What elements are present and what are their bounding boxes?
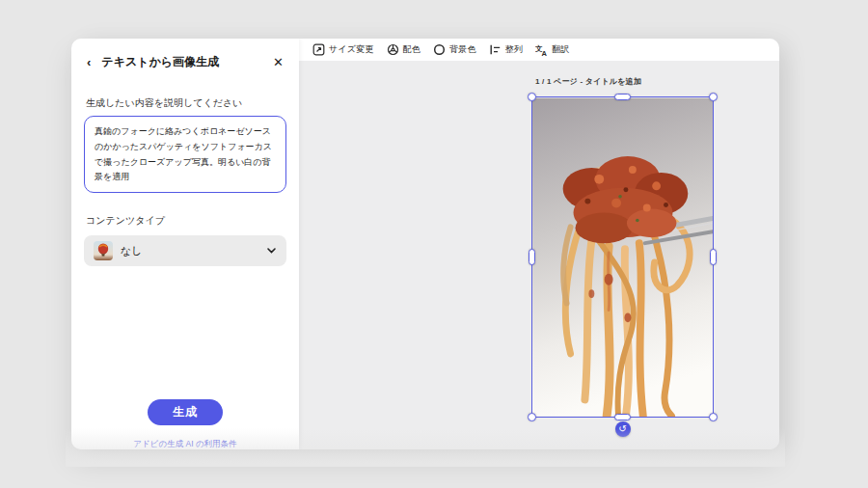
selection-handle-left[interactable] <box>529 249 535 265</box>
panel-title: テキストから画像生成 <box>101 54 219 70</box>
rotate-icon: ↺ <box>618 424 626 434</box>
selection-handle-top[interactable] <box>614 94 631 100</box>
resize-button[interactable]: サイズ変更 <box>312 43 374 56</box>
align-icon <box>489 43 502 56</box>
selection-handle-bottom-left[interactable] <box>528 413 536 421</box>
content-type-dropdown[interactable]: なし <box>84 235 286 266</box>
text-to-image-panel: ‹ テキストから画像生成 ✕ 生成したい内容を説明してください 真鍮のフォークに… <box>71 39 299 449</box>
svg-text:A: A <box>542 49 548 57</box>
chevron-down-icon <box>266 242 277 259</box>
page-indicator[interactable]: 1 / 1 ページ - タイトルを追加 <box>535 76 641 87</box>
selection-handle-top-left[interactable] <box>528 93 536 101</box>
ai-terms-link[interactable]: アドビの生成 AI の利用条件 <box>71 439 299 449</box>
close-icon[interactable]: ✕ <box>273 56 284 68</box>
translate-button[interactable]: 文 A 翻訳 <box>535 43 569 56</box>
top-toolbar: サイズ変更 配色 背景色 <box>299 39 779 61</box>
content-type-label: コンテンツタイプ <box>86 214 285 228</box>
selection-handle-bottom-right[interactable] <box>709 413 718 421</box>
prompt-input[interactable]: 真鍮のフォークに絡みつくボロネーゼソースのかかったスパゲッティをソフトフォーカス… <box>84 116 286 193</box>
content-type-value: なし <box>121 244 143 258</box>
background-color-label: 背景色 <box>449 43 476 56</box>
selection-handle-bottom[interactable] <box>614 414 631 420</box>
canvas-area: 1 / 1 ページ - タイトルを追加 <box>299 61 779 449</box>
color-scheme-label: 配色 <box>403 43 420 56</box>
generate-button[interactable]: 生成 <box>148 399 223 425</box>
translate-label: 翻訳 <box>552 43 569 56</box>
panel-header: ‹ テキストから画像生成 ✕ <box>71 39 299 70</box>
background-color-icon <box>433 43 446 56</box>
align-label: 整列 <box>505 43 523 56</box>
translate-icon: 文 A <box>535 43 548 56</box>
rotate-handle[interactable]: ↺ <box>615 421 631 437</box>
align-button[interactable]: 整列 <box>489 43 523 56</box>
background-color-button[interactable]: 背景色 <box>433 43 476 56</box>
selection-handle-right[interactable] <box>710 249 717 265</box>
color-scheme-button[interactable]: 配色 <box>387 43 420 56</box>
app-window: サイズ変更 配色 背景色 <box>71 39 779 449</box>
generated-spaghetti-image <box>532 97 713 417</box>
selection-handle-top-right[interactable] <box>709 93 718 101</box>
resize-label: サイズ変更 <box>329 43 374 56</box>
selected-image-frame[interactable]: ↺ <box>531 96 714 418</box>
content-type-thumbnail-icon <box>94 241 113 260</box>
resize-icon <box>312 43 325 56</box>
color-wheel-icon <box>387 43 399 56</box>
back-chevron-icon[interactable]: ‹ <box>87 56 91 68</box>
prompt-label: 生成したい内容を説明してください <box>86 96 285 110</box>
